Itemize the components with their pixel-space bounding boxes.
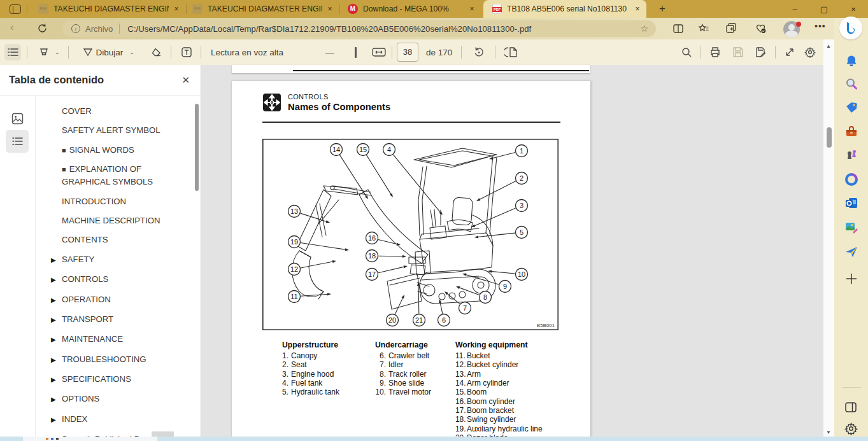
expand-arrow-icon[interactable]: ▶: [51, 373, 62, 386]
toc-item[interactable]: ▶TROUBLESHOOTING: [51, 353, 195, 367]
toc-item[interactable]: ■SIGNAL WORDS: [51, 144, 195, 157]
pdf-viewport[interactable]: CONTROLS Names of Components: [201, 65, 823, 441]
expand-arrow-icon[interactable]: ▶: [51, 393, 62, 406]
browser-tab[interactable]: RETAKEUCHI DIAGMASTER ENGINE×: [33, 0, 185, 18]
profile-notification-dot: [796, 22, 801, 27]
microsoft365-rail-icon[interactable]: [844, 172, 858, 186]
minimize-button[interactable]: –: [780, 4, 809, 14]
new-tab-button[interactable]: +: [655, 3, 669, 15]
expand-arrow-icon[interactable]: ▶: [51, 273, 62, 286]
browser-tab[interactable]: TB108 AB5E006 serial No1081130×: [483, 0, 646, 18]
tab-close-icon[interactable]: ×: [171, 4, 181, 13]
toc-item[interactable]: ▶MAINTENANCE: [51, 333, 195, 346]
page-number-input[interactable]: 38: [397, 43, 418, 62]
toc-item[interactable]: ▶CONTROLS: [51, 273, 195, 286]
zoom-slider-handle[interactable]: [355, 47, 357, 58]
scroll-down-icon[interactable]: ▼: [826, 430, 831, 435]
toc-item[interactable]: ■EXPLANATION OF GRAPHICAL SYMBOLS: [51, 163, 195, 188]
scrollbar-thumb[interactable]: [827, 127, 832, 148]
legend-item: 8.Track roller: [375, 370, 431, 379]
expand-arrow-icon[interactable]: ▶: [51, 293, 62, 307]
search-icon[interactable]: [678, 44, 695, 60]
shopping-icon[interactable]: [755, 23, 767, 34]
save-icon[interactable]: [730, 44, 746, 60]
fullscreen-icon[interactable]: [781, 44, 798, 60]
toc-item[interactable]: ▶TRANSPORT: [51, 313, 195, 326]
split-screen-icon[interactable]: [672, 23, 684, 34]
back-icon[interactable]: ‹: [10, 21, 14, 34]
settings-icon[interactable]: [802, 44, 818, 60]
toc-item[interactable]: COVER: [51, 105, 195, 118]
legend-item: 9.Shoe slide: [375, 379, 431, 388]
expand-arrow-icon[interactable]: ▶: [51, 253, 62, 267]
close-button[interactable]: ×: [839, 4, 868, 14]
add-text-icon[interactable]: [178, 44, 195, 60]
pdf-scrollbar[interactable]: ▲ ▼: [823, 39, 834, 441]
toc-item[interactable]: CONTENTS: [51, 234, 195, 246]
draw-dropdown-icon[interactable]: ⌄: [129, 49, 134, 55]
draw-icon[interactable]: [80, 44, 96, 60]
bing-chat-icon[interactable]: [839, 17, 862, 39]
toc-item[interactable]: ▶OPERATION: [51, 293, 195, 307]
tab-title: Download - MEGA 100%: [363, 4, 464, 13]
browser-tab[interactable]: RETAKEUCHI DIAGMASTER ENGINE×: [187, 0, 339, 18]
highlight-icon[interactable]: [36, 44, 52, 60]
toc-item[interactable]: ▶SPECIFICATIONS: [51, 373, 195, 386]
rail-settings-icon[interactable]: [844, 422, 858, 436]
shopping-rail-icon[interactable]: [844, 101, 858, 115]
toc-item[interactable]: ▶OPTIONS: [51, 393, 195, 406]
save-as-icon[interactable]: [753, 44, 769, 60]
thumbnails-icon[interactable]: [6, 107, 29, 130]
address-input[interactable]: i Archivo C:/Users/MC/AppData/Local/Temp…: [62, 20, 656, 37]
favorite-star-icon[interactable]: ☆: [640, 24, 648, 34]
refresh-icon[interactable]: [37, 23, 48, 34]
expand-arrow-icon[interactable]: ▶: [51, 353, 62, 367]
fit-page-icon[interactable]: [371, 44, 387, 60]
zoom-out-icon[interactable]: —: [325, 48, 334, 57]
toc-item[interactable]: ▶INDEX: [51, 413, 195, 426]
toc-item[interactable]: MACHINE DESCRIPTION: [51, 214, 195, 227]
designer-rail-icon[interactable]: [844, 220, 858, 234]
info-icon[interactable]: i: [71, 24, 80, 33]
legend-item: 2.Seat: [282, 360, 339, 369]
drop-rail-icon[interactable]: [844, 245, 858, 259]
highlight-dropdown-icon[interactable]: ⌄: [55, 49, 60, 55]
collections-icon[interactable]: [725, 23, 737, 34]
toc-item[interactable]: SAFETY ALERT SYMBOL: [51, 124, 195, 137]
draw-label[interactable]: Dibujar: [96, 48, 124, 57]
customize-sidebar-icon[interactable]: [844, 401, 858, 415]
eraser-icon[interactable]: [148, 44, 165, 60]
search-rail-icon[interactable]: [844, 77, 858, 91]
expand-arrow-icon[interactable]: ▶: [51, 413, 62, 426]
panel-close-icon[interactable]: ✕: [181, 74, 190, 86]
print-icon[interactable]: [707, 44, 723, 60]
toc-item[interactable]: ▶SAFETY: [51, 253, 195, 267]
expand-arrow-icon[interactable]: ▶: [51, 313, 62, 326]
maximize-button[interactable]: ▢: [809, 4, 839, 14]
svg-text:11: 11: [290, 293, 297, 300]
games-rail-icon[interactable]: [844, 148, 858, 162]
toc-item-label: INTRODUCTION: [62, 195, 189, 208]
scroll-up-icon[interactable]: ▲: [826, 43, 831, 49]
sidebar-scrollbar[interactable]: [195, 104, 199, 191]
tab-close-icon[interactable]: ×: [467, 4, 477, 13]
table-of-contents-button[interactable]: [4, 44, 21, 60]
page-view-icon[interactable]: [503, 44, 520, 60]
toc-item[interactable]: INTRODUCTION: [51, 195, 195, 208]
contents-list-icon[interactable]: [6, 130, 29, 153]
toc-item-label: OPTIONS: [62, 393, 189, 406]
tab-close-icon[interactable]: ×: [325, 4, 335, 13]
tab-close-icon[interactable]: ×: [632, 4, 643, 13]
favorites-icon[interactable]: [698, 23, 709, 34]
browser-tab[interactable]: MDownload - MEGA 100%×: [341, 0, 481, 18]
expand-arrow-icon[interactable]: ▶: [51, 333, 62, 346]
page-total-label: de 170: [426, 48, 452, 57]
add-apps-icon[interactable]: [844, 272, 858, 286]
notifications-icon[interactable]: [844, 54, 858, 68]
read-aloud-button[interactable]: Lectura en voz alta: [211, 48, 283, 57]
tools-rail-icon[interactable]: [844, 125, 858, 139]
more-menu-icon[interactable]: •••: [815, 21, 826, 31]
tab-actions-menu-icon[interactable]: [10, 4, 21, 14]
rotate-icon[interactable]: [471, 44, 487, 60]
outlook-rail-icon[interactable]: [844, 196, 858, 210]
